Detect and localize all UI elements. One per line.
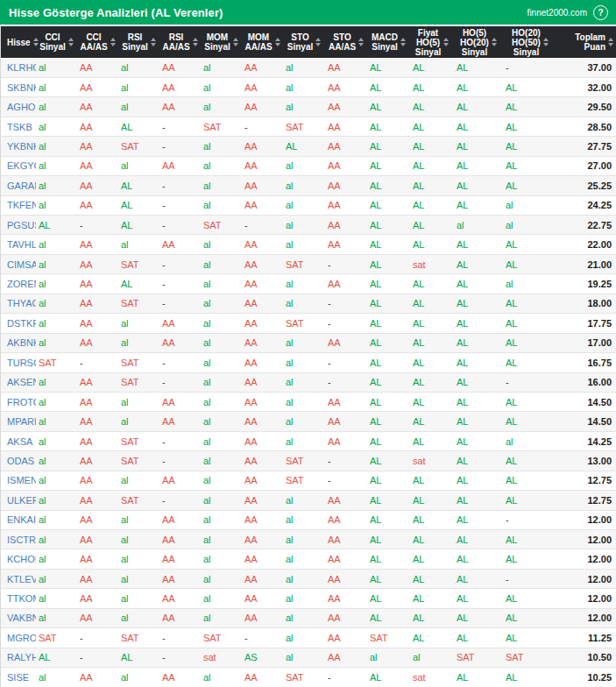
ticker-link[interactable]: AKSEN (1, 372, 36, 392)
signal-cell: AL (367, 195, 410, 215)
ticker-link[interactable]: TKFEN (1, 195, 36, 215)
signal-cell: AL (503, 294, 557, 313)
sort-icon[interactable] (492, 38, 497, 46)
signal-cell: AL (454, 392, 503, 411)
ticker-link[interactable]: GARAN (1, 176, 36, 195)
signal-cell: AA (159, 333, 201, 352)
ticker-link[interactable]: MPARK (1, 412, 36, 431)
column-header-mom-sinyal[interactable]: MOMSinyal (201, 26, 242, 58)
column-label: MACDSinyal (372, 32, 398, 52)
signal-cell: AA (325, 549, 367, 569)
ticker-link[interactable]: AKBNK (1, 333, 36, 352)
sort-icon[interactable] (443, 38, 449, 46)
signal-cell: AA (325, 216, 367, 235)
ticker-link[interactable]: ODAS (1, 451, 36, 471)
ticker-link[interactable]: PGSUS (1, 216, 36, 235)
column-header-fiyat-ho5[interactable]: FiyatHO(5)Sinyal (410, 26, 454, 58)
ticker-link[interactable]: ISCTR (1, 530, 36, 549)
ticker-link[interactable]: YKBNK (1, 137, 36, 156)
signal-cell: al (283, 608, 325, 627)
ticker-link[interactable]: KLRHO (1, 58, 36, 77)
signal-cell: AL (410, 333, 454, 352)
column-header-macd-sinyal[interactable]: MACDSinyal (367, 26, 410, 58)
ticker-link[interactable]: ISMEN (1, 471, 36, 490)
sort-icon[interactable] (110, 38, 116, 46)
sort-icon[interactable] (33, 38, 39, 46)
signal-cell: AL (36, 216, 77, 235)
sort-icon[interactable] (608, 38, 613, 46)
ticker-link[interactable]: DSTKF (1, 314, 36, 333)
sort-icon[interactable] (193, 38, 198, 46)
help-icon[interactable]: ? (593, 5, 608, 20)
column-header-rsi-aaas[interactable]: RSIAA/AS (159, 26, 201, 58)
signal-cell: AA (159, 510, 201, 529)
sort-icon[interactable] (543, 38, 549, 46)
column-header-toplam-puan[interactable]: ToplamPuan (557, 26, 616, 58)
signal-cell: al (201, 372, 242, 392)
column-header-mom-aaas[interactable]: MOMAA/AS (242, 26, 283, 58)
signal-cell: AA (77, 176, 118, 195)
ticker-link[interactable]: TAVHL (1, 235, 36, 254)
signal-cell: AL (454, 137, 503, 156)
column-header-sto-sinyal[interactable]: STOSinyal (283, 26, 325, 58)
ticker-link[interactable]: MGROS (1, 628, 36, 648)
signal-cell: al (283, 216, 325, 235)
ticker-link[interactable]: AGHOL (1, 97, 36, 117)
signal-cell: al (283, 392, 325, 411)
ticker-link[interactable]: TSKB (1, 117, 36, 136)
signal-cell: SAT (118, 451, 159, 471)
table-container: HisseCCISinyalCCIAA/ASRSISinyalRSIAA/ASM… (0, 26, 616, 687)
signal-cell: AL (410, 431, 454, 450)
sort-icon[interactable] (315, 38, 321, 46)
sort-icon[interactable] (275, 38, 280, 46)
column-header-cci-aaas[interactable]: CCIAA/AS (77, 26, 118, 58)
ticker-link[interactable]: CIMSA (1, 254, 36, 273)
sort-icon[interactable] (68, 38, 74, 46)
column-header-sto-aaas[interactable]: STOAA/AS (325, 26, 367, 58)
column-header-ho5-ho20[interactable]: HO(5)HO(20)Sinyal (454, 26, 503, 58)
column-header-ho20-ho50[interactable]: HO(20)HO(50)Sinyal (503, 26, 557, 58)
ticker-link[interactable]: AKSA (1, 431, 36, 450)
ticker-link[interactable]: KTLEV (1, 569, 36, 588)
ticker-link[interactable]: SKBNK (1, 77, 36, 96)
table-row: YKBNKalAASAT-alAAALAAALALALAL27.75 (1, 137, 616, 156)
signal-cell: SAT (454, 648, 503, 667)
ticker-link[interactable]: VAKBN (1, 608, 36, 627)
ticker-link[interactable]: FROTO (1, 392, 36, 411)
signal-cell: AL (118, 176, 159, 195)
signal-cell: al (118, 510, 159, 529)
ticker-link[interactable]: RALYH (1, 648, 36, 667)
ticker-link[interactable]: TURSG (1, 353, 36, 372)
signal-cell: AL (503, 491, 557, 510)
column-header-cci-sinyal[interactable]: CCISinyal (36, 26, 77, 58)
signal-cell: AA (77, 471, 118, 490)
ticker-link[interactable]: ULKER (1, 491, 36, 510)
signal-cell: AA (159, 314, 201, 333)
signal-cell: AA (77, 156, 118, 175)
signal-cell: al (201, 195, 242, 215)
signal-cell: AA (325, 569, 367, 588)
column-header-rsi-sinyal[interactable]: RSISinyal (118, 26, 159, 58)
ticker-link[interactable]: EKGYO (1, 156, 36, 175)
sort-icon[interactable] (400, 38, 406, 46)
ticker-link[interactable]: ZOREN (1, 274, 36, 294)
ticker-link[interactable]: KCHOL (1, 549, 36, 569)
ticker-link[interactable]: SISE (1, 668, 36, 687)
signal-cell: AA (242, 333, 283, 352)
signal-cell: AA (77, 294, 118, 313)
ticker-link[interactable]: ENKAI (1, 510, 36, 529)
sort-icon[interactable] (233, 38, 238, 46)
sort-icon[interactable] (151, 38, 156, 46)
signal-cell: al (201, 97, 242, 117)
signal-cell: al (201, 431, 242, 450)
sort-icon[interactable] (358, 38, 364, 46)
ticker-link[interactable]: TTKOM (1, 589, 36, 608)
signal-cell: AL (454, 589, 503, 608)
signal-cell: AL (367, 412, 410, 431)
ticker-link[interactable]: THYAO (1, 294, 36, 313)
signal-cell: AA (77, 58, 118, 77)
column-header-hisse[interactable]: Hisse (1, 26, 36, 58)
signal-cell: AL (454, 235, 503, 254)
score-cell: 16.00 (557, 372, 616, 392)
column-label: MOMSinyal (204, 32, 230, 52)
